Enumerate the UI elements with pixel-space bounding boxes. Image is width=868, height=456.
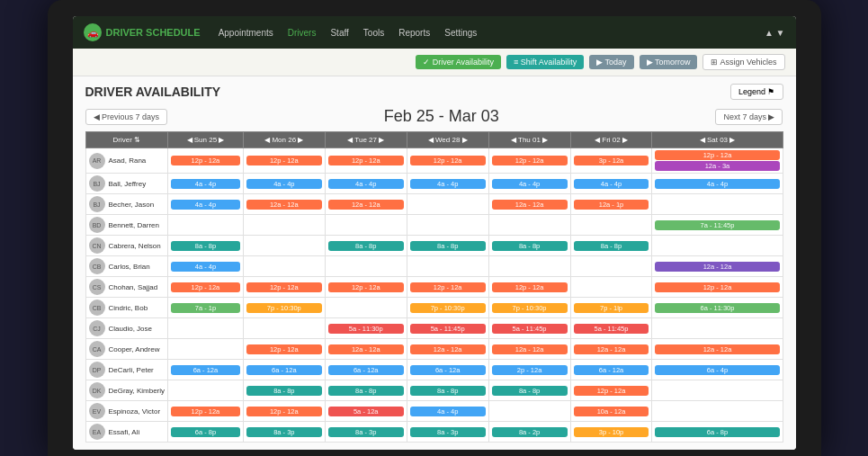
schedule-block[interactable]: 12a - 12a <box>492 344 568 354</box>
schedule-block[interactable]: 8a - 8p <box>492 241 568 251</box>
nav-staff[interactable]: Staff <box>330 24 348 41</box>
schedule-cell[interactable]: 4a - 4p <box>407 401 488 422</box>
schedule-cell[interactable]: 6a - 8p <box>652 422 783 443</box>
schedule-block[interactable]: 8a - 3p <box>246 427 322 437</box>
schedule-block[interactable]: 6a - 12a <box>574 365 649 375</box>
schedule-block[interactable]: 12p - 12a <box>246 344 322 354</box>
schedule-block[interactable]: 12a - 3a <box>655 161 779 171</box>
schedule-block[interactable]: 7a - 1p <box>171 303 240 313</box>
schedule-cell[interactable]: 4a - 4p <box>325 174 407 194</box>
schedule-cell[interactable]: 8a - 8p <box>407 236 488 256</box>
schedule-block[interactable]: 4a - 4p <box>328 179 404 189</box>
schedule-block[interactable]: 4a - 4p <box>410 179 486 189</box>
schedule-cell[interactable]: 8a - 8p <box>488 380 570 401</box>
schedule-block[interactable]: 12p - 12a <box>328 156 404 165</box>
schedule-block[interactable]: 12p - 12a <box>574 386 649 396</box>
schedule-cell[interactable]: 8a - 3p <box>325 422 407 443</box>
schedule-cell[interactable]: 12p - 12a 12a - 3a <box>652 148 783 174</box>
schedule-block[interactable]: 12p - 12a <box>246 407 322 416</box>
schedule-cell[interactable]: 4a - 4p <box>168 174 244 194</box>
schedule-block[interactable]: 8a - 8p <box>492 386 568 396</box>
schedule-block[interactable]: 6a - 8p <box>655 427 779 437</box>
schedule-cell[interactable]: 5a - 11:45p <box>488 318 570 339</box>
schedule-cell[interactable]: 7p - 10:30p <box>407 298 488 318</box>
schedule-cell[interactable]: 5a - 12a <box>325 401 407 422</box>
schedule-block[interactable]: 8a - 8p <box>328 386 404 396</box>
schedule-cell[interactable]: 4a - 4p <box>168 256 244 277</box>
schedule-block[interactable]: 5a - 12a <box>328 407 404 416</box>
schedule-cell[interactable]: 12p - 12a <box>168 401 244 422</box>
schedule-cell[interactable]: 12p - 12a <box>168 148 244 174</box>
schedule-block[interactable]: 6a - 4p <box>655 365 779 375</box>
schedule-block[interactable]: 7a - 11:45p <box>655 220 779 230</box>
nav-drivers[interactable]: Drivers <box>288 24 317 41</box>
schedule-cell[interactable]: 10a - 12a <box>570 401 652 422</box>
schedule-cell[interactable]: 12a - 12a <box>488 339 570 360</box>
schedule-cell[interactable]: 6a - 8p <box>168 422 244 443</box>
schedule-cell[interactable]: 4a - 4p <box>407 174 488 194</box>
schedule-block[interactable]: 4a - 4p <box>171 200 240 210</box>
schedule-cell[interactable]: 12p - 12a <box>243 148 325 174</box>
schedule-cell[interactable]: 12a - 12a <box>325 339 407 360</box>
schedule-block[interactable]: 6a - 12a <box>171 365 240 375</box>
schedule-cell[interactable]: 12p - 12a <box>652 277 783 298</box>
schedule-block[interactable]: 4a - 4p <box>655 179 779 189</box>
next-week-btn[interactable]: Next 7 days ▶ <box>715 109 783 125</box>
schedule-cell[interactable]: 8a - 8p <box>570 236 652 256</box>
schedule-cell[interactable]: 12a - 12a <box>325 194 407 215</box>
schedule-cell[interactable]: 4a - 4p <box>168 194 244 215</box>
schedule-cell[interactable]: 12p - 12a <box>168 277 244 298</box>
schedule-block[interactable]: 3p - 10p <box>574 427 649 437</box>
nav-appointments[interactable]: Appointments <box>219 24 273 41</box>
schedule-block[interactable]: 8a - 2p <box>492 427 568 437</box>
schedule-cell[interactable]: 8a - 8p <box>168 236 244 256</box>
schedule-block[interactable]: 6a - 11:30p <box>655 303 779 313</box>
schedule-block[interactable]: 8a - 8p <box>410 241 486 251</box>
nav-reports[interactable]: Reports <box>398 24 430 41</box>
schedule-cell[interactable]: 12p - 12a <box>488 277 570 298</box>
schedule-block[interactable]: 6a - 12a <box>246 365 322 375</box>
schedule-cell[interactable]: 7p - 10:30p <box>488 298 570 318</box>
schedule-cell[interactable]: 5a - 11:30p <box>325 318 407 339</box>
tomorrow-btn[interactable]: ▶ Tomorrow <box>640 55 698 69</box>
schedule-block[interactable]: 7p - 10:30p <box>410 303 486 313</box>
schedule-cell[interactable]: 2p - 12a <box>488 360 570 380</box>
schedule-block[interactable]: 12a - 12a <box>410 344 486 354</box>
schedule-block[interactable]: 12p - 12a <box>246 282 322 292</box>
schedule-cell[interactable]: 8a - 8p <box>325 236 407 256</box>
schedule-block[interactable]: 7p - 10:30p <box>492 303 568 313</box>
schedule-block[interactable]: 6a - 12a <box>328 365 404 375</box>
schedule-block[interactable]: 12p - 12a <box>171 407 240 416</box>
schedule-cell[interactable]: 12p - 12a <box>570 380 652 401</box>
driver-availability-btn[interactable]: ✓ Driver Availability <box>416 55 501 69</box>
schedule-block[interactable]: 3p - 12a <box>574 156 649 165</box>
schedule-cell[interactable]: 12p - 12a <box>407 148 488 174</box>
schedule-cell[interactable]: 12a - 1p <box>570 194 652 215</box>
assign-vehicles-btn[interactable]: ⊞ Assign Vehicles <box>702 54 784 70</box>
schedule-block[interactable]: 12a - 12a <box>655 262 779 272</box>
schedule-block[interactable]: 4a - 4p <box>492 179 568 189</box>
schedule-block[interactable]: 12p - 12a <box>246 156 322 165</box>
schedule-block[interactable]: 4a - 4p <box>574 179 649 189</box>
schedule-block[interactable]: 12p - 12a <box>492 156 568 165</box>
schedule-block[interactable]: 8a - 8p <box>246 386 322 396</box>
schedule-block[interactable]: 4a - 4p <box>171 262 240 272</box>
legend-button[interactable]: Legend ⚑ <box>730 84 783 100</box>
schedule-cell[interactable]: 8a - 8p <box>243 380 325 401</box>
schedule-cell[interactable]: 12p - 12a <box>243 339 325 360</box>
schedule-block[interactable]: 10a - 12a <box>574 407 649 416</box>
schedule-block[interactable]: 5a - 11:45p <box>492 324 568 334</box>
schedule-block[interactable]: 12a - 12a <box>328 344 404 354</box>
schedule-cell[interactable]: 4a - 4p <box>570 174 652 194</box>
schedule-block[interactable]: 6a - 8p <box>171 427 240 437</box>
schedule-cell[interactable]: 3p - 12a <box>570 148 652 174</box>
schedule-cell[interactable]: 12a - 12a <box>652 256 783 277</box>
schedule-cell[interactable]: 4a - 4p <box>652 174 783 194</box>
schedule-cell[interactable]: 8a - 8p <box>407 380 488 401</box>
schedule-cell[interactable]: 12p - 12a <box>243 277 325 298</box>
schedule-cell[interactable]: 5a - 11:45p <box>407 318 488 339</box>
schedule-cell[interactable]: 6a - 12a <box>407 360 488 380</box>
schedule-block[interactable]: 12p - 12a <box>410 156 486 165</box>
schedule-cell[interactable]: 6a - 4p <box>652 360 783 380</box>
schedule-block[interactable]: 12a - 12a <box>328 200 404 210</box>
